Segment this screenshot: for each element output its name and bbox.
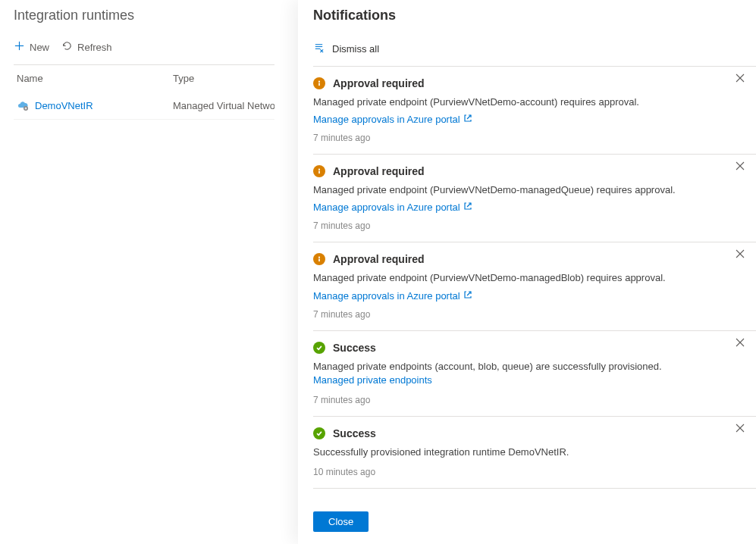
row-name-cell: DemoVNetIR xyxy=(14,99,173,111)
warning-icon xyxy=(313,77,325,89)
notification-title: Approval required xyxy=(333,77,425,89)
notification-item: SuccessManaged private endpoints (accoun… xyxy=(313,331,756,417)
refresh-icon xyxy=(61,40,73,54)
notification-message: Managed private endpoint (PurviewVNetDem… xyxy=(313,183,727,197)
notification-timestamp: 10 minutes ago xyxy=(313,467,727,477)
refresh-button-label: Refresh xyxy=(77,42,112,53)
notification-timestamp: 7 minutes ago xyxy=(313,309,727,320)
notification-message: Successfully provisioned integration run… xyxy=(313,446,727,459)
notifications-footer: Close xyxy=(313,504,756,544)
dismiss-all-label: Dismiss all xyxy=(332,43,379,55)
notification-link[interactable]: Managed private endpoints xyxy=(313,374,432,387)
notification-link[interactable]: Manage approvals in Azure portal xyxy=(313,202,472,213)
notification-item: SuccessSuccessfully provisioned integrat… xyxy=(313,417,756,489)
notification-message: Managed private endpoint (PurviewVNetDem… xyxy=(313,271,727,285)
notifications-title: Notifications xyxy=(313,0,756,37)
column-header-name[interactable]: Name xyxy=(14,73,173,84)
warning-icon xyxy=(313,253,325,265)
external-link-icon xyxy=(463,202,472,213)
refresh-button[interactable]: Refresh xyxy=(61,40,112,54)
dismiss-notification-button[interactable] xyxy=(735,423,747,435)
row-type-cell: Managed Virtual Network xyxy=(173,100,274,111)
success-icon xyxy=(313,427,325,439)
notification-link[interactable]: Manage approvals in Azure portal xyxy=(313,290,472,302)
notification-message: Managed private endpoint (PurviewVNetDem… xyxy=(313,95,727,109)
svg-line-15 xyxy=(467,203,471,207)
dismiss-notification-button[interactable] xyxy=(735,337,747,349)
notification-message-text: Successfully provisioned integration run… xyxy=(313,446,569,458)
notification-link[interactable]: Manage approvals in Azure portal xyxy=(313,114,472,125)
page-title: Integration runtimes xyxy=(14,8,274,23)
notification-header: Approval required xyxy=(313,77,727,89)
notification-message-text: Managed private endpoints (account, blob… xyxy=(313,361,662,372)
column-header-type[interactable]: Type xyxy=(173,73,274,84)
notification-title: Approval required xyxy=(333,253,425,265)
toolbar: New Refresh xyxy=(14,36,274,65)
notification-message-text: Managed private endpoint (PurviewVNetDem… xyxy=(313,184,676,195)
runtime-name-link[interactable]: DemoVNetIR xyxy=(35,100,93,111)
svg-point-18 xyxy=(318,257,320,258)
notification-title: Success xyxy=(333,427,376,439)
notification-header: Success xyxy=(313,427,727,439)
success-icon xyxy=(313,342,325,354)
notification-header: Approval required xyxy=(313,253,727,265)
notification-title: Approval required xyxy=(333,165,425,177)
notifications-list: Approval requiredManaged private endpoin… xyxy=(313,67,756,504)
new-button[interactable]: New xyxy=(14,40,49,54)
svg-rect-19 xyxy=(318,259,320,262)
svg-rect-9 xyxy=(318,83,320,86)
notification-header: Approval required xyxy=(313,165,727,177)
dismiss-notification-button[interactable] xyxy=(735,161,747,173)
plus-icon xyxy=(14,40,25,54)
notification-item: Approval requiredManaged private endpoin… xyxy=(313,242,756,330)
dismiss-notification-button[interactable] xyxy=(735,249,747,261)
notifications-panel: Notifications Dismiss all Approval requi… xyxy=(298,0,756,544)
dismiss-all-button[interactable]: Dismiss all xyxy=(313,37,756,67)
notification-message-text: Managed private endpoint (PurviewVNetDem… xyxy=(313,272,666,283)
notification-item: Approval requiredManaged private endpoin… xyxy=(313,155,756,242)
external-link-icon xyxy=(463,290,472,302)
warning-icon xyxy=(313,165,325,177)
svg-rect-14 xyxy=(318,170,320,174)
notification-header: Success xyxy=(313,342,727,354)
close-button[interactable]: Close xyxy=(313,511,369,532)
notification-timestamp: 7 minutes ago xyxy=(313,220,727,231)
integration-runtimes-panel: Integration runtimes New Refresh Name Ty… xyxy=(0,0,288,127)
table-header: Name Type xyxy=(14,65,274,92)
dismiss-all-icon xyxy=(313,42,325,55)
dismiss-notification-button[interactable] xyxy=(735,73,747,85)
svg-point-8 xyxy=(318,81,320,83)
notification-message-text: Managed private endpoint (PurviewVNetDem… xyxy=(313,96,639,108)
svg-line-20 xyxy=(467,292,471,295)
notification-message: Managed private endpoints (account, blob… xyxy=(313,360,727,387)
notification-title: Success xyxy=(333,342,376,354)
notification-timestamp: 7 minutes ago xyxy=(313,133,727,143)
table-row[interactable]: DemoVNetIR Managed Virtual Network xyxy=(14,92,274,120)
svg-point-13 xyxy=(318,169,320,170)
external-link-icon xyxy=(463,114,472,125)
svg-line-10 xyxy=(467,115,471,119)
notification-timestamp: 7 minutes ago xyxy=(313,395,727,405)
notification-item: Approval requiredManaged private endpoin… xyxy=(313,67,756,155)
new-button-label: New xyxy=(30,42,49,53)
cloud-icon xyxy=(17,99,29,111)
